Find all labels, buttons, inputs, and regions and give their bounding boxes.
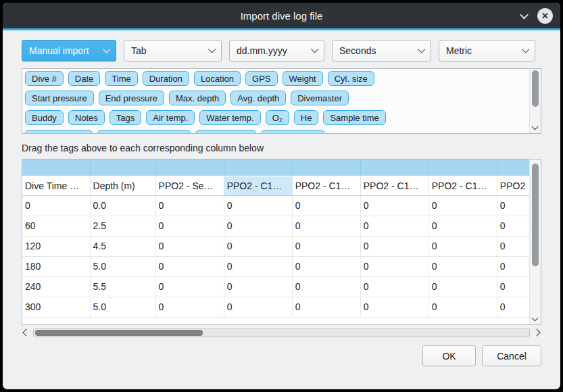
table-cell: 0 (224, 195, 292, 216)
tag-time[interactable]: Time (105, 71, 137, 86)
chevron-down-icon (103, 45, 110, 53)
column-drop-target[interactable] (90, 160, 155, 176)
table-cell: 0 (360, 216, 429, 236)
column-drop-target[interactable] (155, 160, 224, 176)
tag-sample-temperature[interactable]: Sample temperature (97, 130, 191, 134)
table-cell: 0 (155, 256, 224, 276)
tag-date[interactable]: Date (68, 71, 100, 86)
import-mode-combo[interactable]: Manual import (22, 40, 116, 62)
preview-table-clip: Dive Time …Depth (m)PPO2 - Se…PPO2 - C1…… (22, 160, 529, 324)
column-header[interactable]: Dive Time … (22, 176, 90, 195)
tag-list: Dive #DateTimeDurationLocationGPSWeightC… (25, 71, 526, 134)
scroll-right-icon[interactable] (533, 328, 540, 336)
field-separator-value: Tab (131, 45, 147, 56)
table-cell: 0 (360, 297, 429, 317)
tag-tags[interactable]: Tags (109, 110, 141, 125)
tag-divemaster[interactable]: Divemaster (291, 91, 349, 105)
column-drop-target[interactable] (22, 160, 90, 176)
column-drop-target[interactable] (224, 160, 292, 176)
table-cell: 0 (292, 195, 360, 216)
table-cell: 0 (429, 276, 497, 297)
tag-location[interactable]: Location (194, 71, 241, 86)
column-header[interactable]: Depth (m) (90, 176, 155, 195)
tag-duration[interactable]: Duration (143, 71, 189, 86)
titlebar[interactable]: Import dive log file ✕ (3, 3, 560, 28)
time-format-combo[interactable]: Seconds (332, 40, 431, 62)
ok-button[interactable]: OK (422, 345, 476, 366)
tag-he[interactable]: He (294, 110, 319, 125)
table-cell: 0 (155, 195, 224, 216)
scrollbar-track[interactable] (33, 328, 530, 337)
table-vertical-scrollbar[interactable] (529, 160, 541, 324)
table-cell: 0 (360, 236, 429, 256)
table-cell: 0 (155, 216, 224, 236)
chevron-down-icon (311, 45, 318, 53)
scroll-down-icon[interactable] (532, 315, 539, 322)
tag-max-depth[interactable]: Max. depth (169, 91, 226, 105)
column-drop-target[interactable] (292, 160, 360, 176)
tag-cyl-size[interactable]: Cyl. size (328, 71, 374, 86)
column-drop-target[interactable] (497, 160, 529, 176)
scrollbar-handle[interactable] (35, 330, 203, 336)
table-cell: 0 (292, 297, 360, 317)
dialog-content: Manual import Tab dd.mm.yyyy Seconds Met… (3, 30, 560, 389)
titlebar-controls: ✕ (521, 3, 553, 28)
tag-avg-depth[interactable]: Avg. depth (230, 91, 286, 105)
table-cell: 0 (497, 195, 529, 216)
tag-sample-depth[interactable]: Sample depth (25, 130, 93, 134)
table-cell: 0 (429, 216, 497, 236)
table-cell: 0 (155, 276, 224, 297)
column-header[interactable]: PPO2 - C1… (429, 176, 497, 195)
column-header[interactable]: PPO2 - Se… (155, 176, 224, 195)
table-cell: 0 (292, 236, 360, 256)
column-header[interactable]: PPO2 - C1… (292, 176, 360, 195)
table-cell: 120 (22, 236, 90, 256)
table-cell: 0 (155, 236, 224, 256)
table-cell: 0 (360, 195, 429, 216)
table-cell: 5.0 (90, 256, 155, 276)
chevron-down-icon (522, 45, 529, 53)
tag-sample-cns[interactable]: Sample CNS (261, 130, 325, 134)
table-cell: 300 (22, 297, 90, 317)
table-horizontal-scrollbar[interactable] (22, 326, 541, 339)
column-header[interactable]: PPO2 - C1… (224, 176, 292, 195)
tag-water-temp[interactable]: Water temp. (199, 110, 260, 125)
tag-air-temp[interactable]: Air temp. (146, 110, 195, 125)
chevron-down-icon[interactable] (520, 10, 529, 19)
close-button[interactable]: ✕ (537, 8, 553, 24)
tag-sample-po[interactable]: Sample pO₂ (195, 130, 256, 134)
tag-dive[interactable]: Dive # (25, 71, 64, 86)
column-header[interactable]: PPO2 (497, 176, 529, 195)
column-drop-target[interactable] (429, 160, 497, 176)
scrollbar-handle[interactable] (532, 164, 539, 266)
tag-weight[interactable]: Weight (283, 71, 323, 86)
table-cell: 0 (429, 256, 497, 276)
drag-hint-label: Drag the tags above to each correspondin… (22, 143, 541, 153)
tag-o[interactable]: O₂ (266, 110, 289, 125)
import-dialog: Import dive log file ✕ Manual import Tab… (3, 3, 560, 389)
units-combo[interactable]: Metric (439, 40, 535, 62)
table-cell: 0 (429, 195, 497, 216)
cancel-button[interactable]: Cancel (482, 345, 541, 366)
table-row: 602.5000000 (22, 216, 529, 236)
scroll-down-icon[interactable] (532, 124, 539, 130)
scroll-left-icon[interactable] (22, 328, 30, 336)
table-cell: 0 (429, 297, 497, 317)
table-cell: 0 (360, 276, 429, 297)
tag-buddy[interactable]: Buddy (25, 110, 64, 125)
tag-sample-time[interactable]: Sample time (323, 110, 385, 125)
table-cell: 0 (292, 276, 360, 297)
date-format-combo[interactable]: dd.mm.yyyy (229, 40, 324, 62)
column-drop-target[interactable] (360, 160, 429, 176)
table-cell: 180 (22, 256, 90, 276)
table-row: 3005.0000000 (22, 297, 529, 317)
column-header[interactable]: PPO2 - C1… (360, 176, 429, 195)
tag-gps[interactable]: GPS (245, 71, 277, 86)
tag-area-scrollbar[interactable] (529, 69, 541, 133)
tag-start-pressure[interactable]: Start pressure (25, 91, 94, 105)
field-separator-combo[interactable]: Tab (124, 40, 222, 62)
tag-end-pressure[interactable]: End pressure (99, 91, 164, 105)
scrollbar-handle[interactable] (532, 70, 539, 107)
tag-notes[interactable]: Notes (68, 110, 105, 125)
table-cell: 0 (224, 236, 292, 256)
